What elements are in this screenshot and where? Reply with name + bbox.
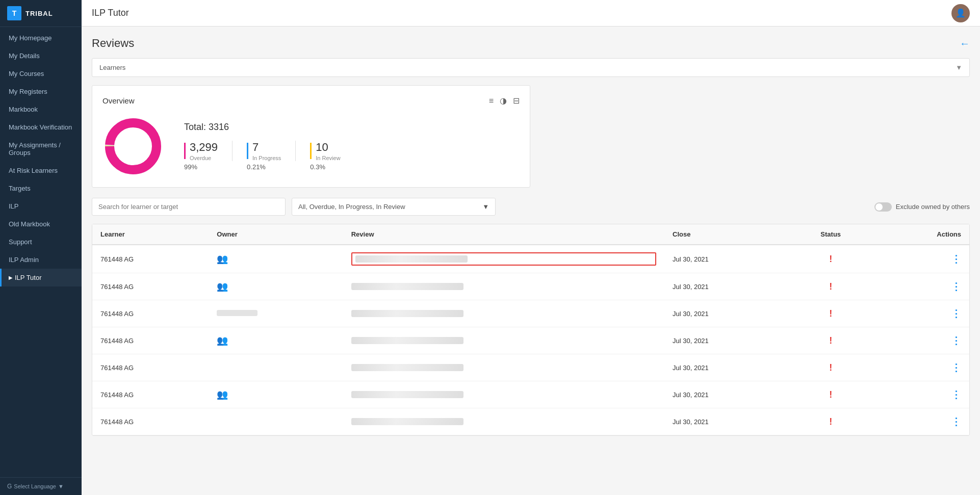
overdue-label: Overdue — [190, 155, 218, 161]
cell-learner: 761448 AG — [92, 273, 209, 300]
owner-blurred — [217, 310, 257, 316]
actions-menu-button[interactable]: ⋮ — [951, 415, 961, 428]
actions-menu-button[interactable]: ⋮ — [951, 280, 961, 293]
review-blurred-text — [351, 337, 463, 344]
sidebar-item-label: My Homepage — [9, 34, 52, 42]
sidebar-item-old-markbook[interactable]: Old Markbook — [0, 215, 82, 233]
overview-icons: ≡ ◑ ⊟ — [489, 96, 520, 106]
sidebar-item-label: ILP Admin — [9, 256, 39, 264]
cell-learner: 761448 AG — [92, 327, 209, 354]
in-review-label: In Review — [316, 155, 340, 161]
sidebar-item-my-registers[interactable]: My Registers — [0, 83, 82, 100]
sidebar-item-my-courses[interactable]: My Courses — [0, 65, 82, 83]
learners-dropdown[interactable]: Learners ▼ — [92, 58, 970, 77]
cell-review — [343, 354, 664, 381]
cell-review — [343, 273, 664, 300]
sidebar-item-label: My Assignments / Groups — [9, 141, 74, 157]
sidebar-item-my-assignments-groups[interactable]: My Assignments / Groups — [0, 136, 82, 162]
overview-header: Overview ≡ ◑ ⊟ — [102, 96, 520, 106]
toggle-view-icon[interactable]: ◑ — [500, 96, 507, 106]
select-language-label: Select Language — [14, 483, 56, 489]
cell-close: Jul 30, 2021 — [664, 381, 788, 408]
sidebar-item-label: ILP — [9, 202, 19, 210]
exclude-owned-toggle[interactable] — [874, 202, 892, 212]
owner-group-icon: 👥 — [217, 281, 228, 292]
sidebar-item-label: Support — [9, 238, 32, 246]
cell-actions: ⋮ — [874, 381, 969, 408]
main-content: ILP Tutor 👤 Reviews ← Learners ▼ Overvie… — [82, 0, 980, 495]
total-label: Total: 3316 — [184, 122, 341, 133]
actions-menu-button[interactable]: ⋮ — [951, 334, 961, 347]
in-progress-label: In Progress — [252, 155, 281, 161]
cell-review — [343, 327, 664, 354]
exclude-owned-toggle-container: Exclude owned by others — [874, 202, 970, 212]
app-title: ILP Tutor — [92, 8, 129, 18]
owner-group-icon: 👥 — [217, 335, 228, 346]
status-filter-dropdown[interactable]: All, Overdue, In Progress, In Review ▼ — [292, 198, 496, 216]
owner-group-icon: 👥 — [217, 254, 228, 264]
sidebar-item-label: Targets — [9, 185, 31, 192]
sidebar-footer-select-language[interactable]: G Select Language ▼ — [0, 477, 82, 495]
cell-owner: 👥 — [209, 327, 343, 354]
cell-status: ! — [788, 327, 874, 354]
stat-overdue: 3,299 Overdue 99% — [184, 141, 218, 171]
sidebar-item-ilp-admin[interactable]: ILP Admin — [0, 251, 82, 269]
sidebar-item-targets[interactable]: Targets — [0, 179, 82, 197]
filter-icon[interactable]: ⊟ — [513, 96, 520, 106]
sidebar-item-markbook-verification[interactable]: Markbook Verification — [0, 118, 82, 136]
status-filter-label: All, Overdue, In Progress, In Review — [298, 203, 405, 211]
list-view-icon[interactable]: ≡ — [489, 96, 494, 106]
status-overdue-icon: ! — [829, 281, 832, 292]
col-learner: Learner — [92, 224, 209, 245]
review-blurred-text — [351, 418, 463, 425]
actions-menu-button[interactable]: ⋮ — [951, 388, 961, 401]
logo-box: T — [7, 6, 21, 20]
sidebar-item-ilp[interactable]: ILP — [0, 197, 82, 215]
overdue-number: 3,299 — [190, 141, 218, 154]
sidebar-item-markbook[interactable]: Markbook — [0, 100, 82, 118]
stat-items: 3,299 Overdue 99% 7 — [184, 141, 341, 171]
review-blurred-text — [351, 364, 463, 371]
sidebar-item-label: At Risk Learners — [9, 167, 58, 174]
google-icon: G — [7, 483, 12, 490]
table-row: 761448 AGJul 30, 2021!⋮ — [92, 300, 969, 327]
col-actions: Actions — [874, 224, 969, 245]
cell-owner — [209, 354, 343, 381]
sidebar-item-my-details[interactable]: My Details — [0, 47, 82, 65]
status-filter-arrow-icon: ▼ — [482, 203, 489, 211]
cell-review — [343, 245, 664, 273]
status-overdue-icon: ! — [829, 416, 832, 427]
sidebar-item-support[interactable]: Support — [0, 233, 82, 251]
cell-close: Jul 30, 2021 — [664, 245, 788, 273]
user-avatar[interactable]: 👤 — [951, 4, 970, 22]
search-input[interactable] — [92, 198, 286, 216]
cell-review — [343, 300, 664, 327]
actions-menu-button[interactable]: ⋮ — [951, 307, 961, 320]
review-blurred-text — [351, 310, 463, 317]
in-progress-bar — [247, 143, 248, 159]
cell-review — [343, 408, 664, 435]
sidebar-item-my-homepage[interactable]: My Homepage — [0, 29, 82, 47]
active-arrow-icon: ▶ — [9, 275, 13, 280]
sidebar-item-ilp-tutor[interactable]: ▶ILP Tutor — [0, 269, 82, 286]
filter-row: All, Overdue, In Progress, In Review ▼ E… — [92, 198, 970, 216]
overview-body: Total: 3316 3,299 Overdue 99% — [102, 116, 520, 177]
sidebar-item-at-risk-learners[interactable]: At Risk Learners — [0, 162, 82, 179]
actions-menu-button[interactable]: ⋮ — [951, 361, 961, 374]
sidebar-logo: T TRIBAL — [0, 0, 82, 27]
actions-menu-button[interactable]: ⋮ — [951, 253, 961, 265]
col-review: Review — [343, 224, 664, 245]
back-button[interactable]: ← — [960, 38, 970, 49]
page-title: Reviews — [92, 37, 134, 50]
table-row: 761448 AGJul 30, 2021!⋮ — [92, 408, 969, 435]
col-status: Status — [788, 224, 874, 245]
logo-name: TRIBAL — [25, 10, 53, 17]
cell-status: ! — [788, 381, 874, 408]
status-overdue-icon: ! — [829, 254, 832, 264]
in-review-number: 10 — [316, 141, 340, 154]
learners-label: Learners — [99, 64, 125, 71]
cell-actions: ⋮ — [874, 354, 969, 381]
svg-point-1 — [110, 123, 157, 170]
status-overdue-icon: ! — [829, 308, 832, 319]
cell-learner: 761448 AG — [92, 300, 209, 327]
